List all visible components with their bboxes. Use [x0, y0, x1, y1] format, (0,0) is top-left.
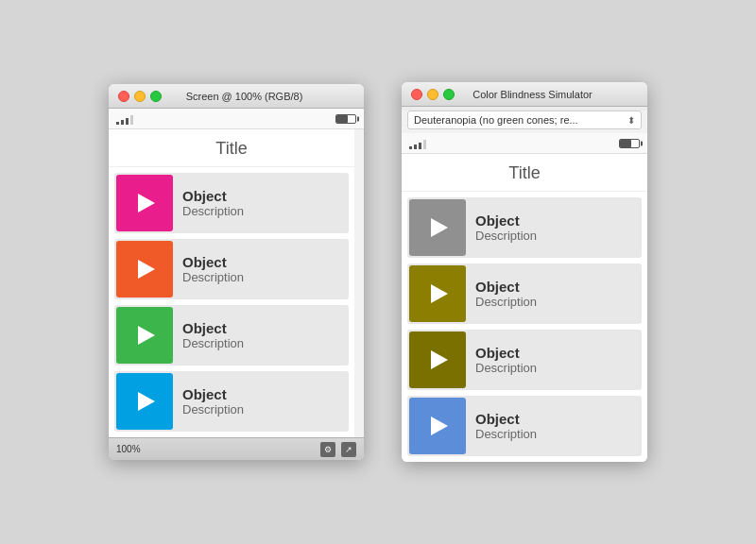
- right-item-desc-4: Description: [475, 427, 640, 441]
- left-titlebar: Screen @ 100% (RGB/8): [109, 84, 364, 109]
- left-phone-screen: Title Object Description Ob: [109, 129, 354, 437]
- item-desc-4: Description: [182, 402, 347, 416]
- item-icon-4: [116, 373, 173, 430]
- right-item-title-3: Object: [475, 345, 640, 361]
- left-window-body: Title Object Description Ob: [109, 109, 364, 437]
- item-title-4: Object: [182, 386, 347, 402]
- list-item: Object Description: [114, 305, 349, 366]
- item-desc-1: Description: [182, 204, 347, 218]
- item-icon-1: [116, 175, 173, 231]
- list-item: Object Description: [407, 330, 642, 390]
- right-play-icon-4: [431, 416, 448, 435]
- right-play-icon-3: [431, 350, 448, 369]
- item-title-1: Object: [182, 188, 347, 204]
- left-status-bar: [109, 109, 364, 129]
- list-item: Object Description: [114, 371, 349, 432]
- right-window-body: Deuteranopia (no green cones; re... ⬍ Ti…: [402, 110, 647, 462]
- left-window: Screen @ 100% (RGB/8) Title Object Descr…: [109, 84, 364, 460]
- item-desc-2: Description: [182, 270, 347, 284]
- item-text-4: Object Description: [182, 386, 347, 416]
- share-icon[interactable]: ↗: [341, 442, 356, 457]
- battery-icon: [335, 114, 356, 124]
- zoom-label: 100%: [116, 444, 141, 454]
- right-window-title: Color Blindness Simulator: [427, 89, 638, 100]
- right-item-desc-3: Description: [475, 361, 640, 375]
- item-text-3: Object Description: [182, 320, 347, 350]
- right-close-button[interactable]: [411, 89, 422, 100]
- item-icon-3: [116, 307, 173, 364]
- right-item-icon-3: [409, 332, 466, 388]
- right-play-icon-1: [431, 218, 448, 237]
- color-blindness-dropdown[interactable]: Deuteranopia (no green cones; re... ⬍: [407, 110, 642, 129]
- left-window-title: Screen @ 100% (RGB/8): [134, 91, 354, 102]
- right-battery-icon: [619, 139, 640, 148]
- gear-icon[interactable]: ⚙: [320, 442, 335, 457]
- right-item-text-3: Object Description: [475, 345, 640, 375]
- list-item: Object Description: [114, 239, 349, 299]
- right-item-text-4: Object Description: [475, 411, 640, 441]
- play-icon-1: [138, 194, 155, 212]
- list-item: Object Description: [407, 197, 642, 258]
- left-screen-title: Title: [109, 129, 354, 167]
- play-icon-3: [138, 326, 155, 345]
- right-titlebar: Color Blindness Simulator: [402, 82, 647, 107]
- signal-icon: [116, 113, 133, 125]
- list-item: Object Description: [407, 396, 642, 456]
- right-item-icon-4: [409, 398, 466, 454]
- right-item-desc-1: Description: [475, 229, 640, 243]
- item-title-2: Object: [182, 254, 347, 270]
- right-screen-title: Title: [402, 154, 647, 192]
- play-icon-2: [138, 260, 155, 279]
- right-item-text-2: Object Description: [475, 279, 640, 309]
- bottom-bar-icons: ⚙ ↗: [320, 442, 356, 457]
- right-play-icon-2: [431, 284, 448, 303]
- dropdown-arrow-icon: ⬍: [627, 115, 635, 126]
- list-item: Object Description: [114, 173, 349, 233]
- item-desc-3: Description: [182, 336, 347, 350]
- right-window: Color Blindness Simulator Deuteranopia (…: [402, 82, 647, 462]
- right-item-desc-2: Description: [475, 295, 640, 309]
- right-item-icon-2: [409, 265, 466, 322]
- dropdown-value: Deuteranopia (no green cones; re...: [414, 114, 578, 126]
- item-icon-2: [116, 241, 173, 298]
- right-item-icon-1: [409, 199, 466, 256]
- list-item: Object Description: [407, 264, 642, 324]
- right-item-title-2: Object: [475, 279, 640, 295]
- item-text-2: Object Description: [182, 254, 347, 284]
- right-list: Object Description Object Description: [402, 192, 647, 462]
- right-item-title-4: Object: [475, 411, 640, 427]
- right-signal-icon: [409, 138, 426, 149]
- right-status-bar: [402, 133, 647, 154]
- right-item-title-1: Object: [475, 212, 640, 229]
- left-list: Object Description Object Description: [109, 167, 354, 437]
- play-icon-4: [138, 392, 155, 411]
- right-phone-screen: Title Object Description Ob: [402, 154, 647, 462]
- right-item-text-1: Object Description: [475, 212, 640, 243]
- item-title-3: Object: [182, 320, 347, 336]
- left-bottom-bar: 100% ⚙ ↗: [109, 437, 364, 460]
- close-button[interactable]: [118, 91, 129, 102]
- item-text-1: Object Description: [182, 188, 347, 218]
